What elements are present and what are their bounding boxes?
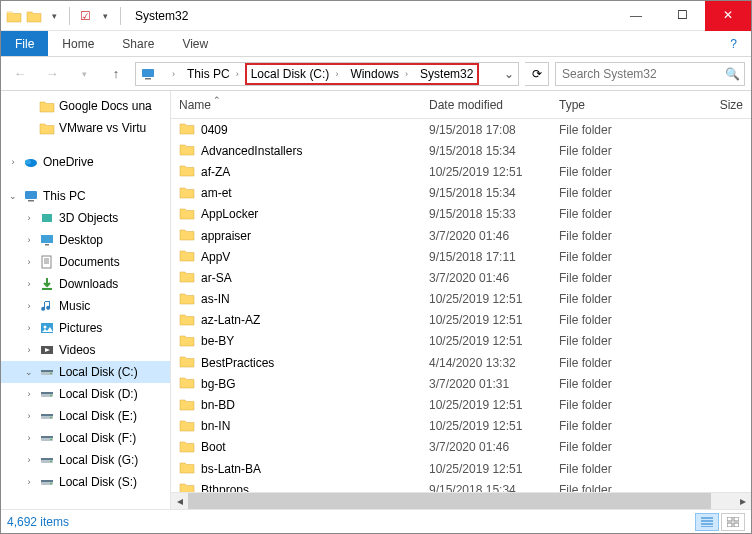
address-dropdown-icon[interactable]: ⌄ (500, 67, 518, 81)
minimize-button[interactable]: — (613, 1, 659, 31)
recent-locations-button[interactable]: ▾ (71, 61, 97, 87)
toolbar-dropdown-icon[interactable]: ▾ (96, 7, 114, 25)
list-item[interactable]: bn-IN10/25/2019 12:51File folder (171, 416, 751, 437)
list-item[interactable]: AdvancedInstallers9/15/2018 15:34File fo… (171, 140, 751, 161)
list-item[interactable]: bn-BD10/25/2019 12:51File folder (171, 394, 751, 415)
tree-item-local-disk-c-[interactable]: ⌄Local Disk (C:) (1, 361, 170, 383)
tree-twist-icon[interactable]: › (23, 455, 35, 465)
tree-item-this-pc[interactable]: ⌄This PC (1, 185, 170, 207)
back-button[interactable]: ← (7, 61, 33, 87)
properties-icon[interactable]: ☑ (76, 7, 94, 25)
close-button[interactable]: ✕ (705, 1, 751, 31)
tree-item-pictures[interactable]: ›Pictures (1, 317, 170, 339)
file-type: File folder (551, 186, 661, 200)
refresh-button[interactable]: ⟳ (525, 62, 549, 86)
drive-icon (39, 386, 55, 402)
tree-item-local-disk-f-[interactable]: ›Local Disk (F:) (1, 427, 170, 449)
navigation-tree[interactable]: Google Docs unaVMware vs Virtu›OneDrive⌄… (1, 91, 171, 509)
list-item[interactable]: am-et9/15/2018 15:34File folder (171, 183, 751, 204)
home-tab[interactable]: Home (48, 31, 108, 56)
folder-open-icon[interactable] (25, 7, 43, 25)
file-type: File folder (551, 229, 661, 243)
column-name[interactable]: Name⌃ (171, 98, 421, 112)
details-view-button[interactable] (695, 513, 719, 531)
column-size[interactable]: Size (661, 98, 751, 112)
tree-twist-icon[interactable]: › (23, 323, 35, 333)
tree-item-local-disk-g-[interactable]: ›Local Disk (G:) (1, 449, 170, 471)
tree-item-label: Downloads (59, 277, 118, 291)
view-tab[interactable]: View (168, 31, 222, 56)
column-date[interactable]: Date modified (421, 98, 551, 112)
tree-twist-icon[interactable]: › (23, 345, 35, 355)
tree-twist-icon[interactable]: › (23, 279, 35, 289)
horizontal-scrollbar[interactable]: ◂ ▸ (171, 492, 751, 509)
list-item[interactable]: bg-BG3/7/2020 01:31File folder (171, 373, 751, 394)
tree-twist-icon[interactable]: › (23, 301, 35, 311)
icons-view-button[interactable] (721, 513, 745, 531)
tree-item-desktop[interactable]: ›Desktop (1, 229, 170, 251)
file-date: 10/25/2019 12:51 (421, 462, 551, 476)
list-item[interactable]: be-BY10/25/2019 12:51File folder (171, 331, 751, 352)
list-item[interactable]: Bthprops9/15/2018 15:34File folder (171, 479, 751, 492)
list-item[interactable]: bs-Latn-BA10/25/2019 12:51File folder (171, 458, 751, 479)
tree-twist-icon[interactable]: › (23, 389, 35, 399)
breadcrumb-root-chevron[interactable]: › (160, 63, 181, 85)
tree-item-google-docs-una[interactable]: Google Docs una (1, 95, 170, 117)
help-button[interactable]: ? (716, 31, 751, 56)
list-item[interactable]: af-ZA10/25/2019 12:51File folder (171, 161, 751, 182)
list-item[interactable]: appraiser3/7/2020 01:46File folder (171, 225, 751, 246)
tree-twist-icon[interactable]: › (23, 433, 35, 443)
list-item[interactable]: az-Latn-AZ10/25/2019 12:51File folder (171, 310, 751, 331)
file-list[interactable]: 04099/15/2018 17:08File folderAdvancedIn… (171, 119, 751, 492)
file-tab[interactable]: File (1, 31, 48, 56)
tree-twist-icon[interactable]: › (23, 411, 35, 421)
breadcrumb-windows[interactable]: Windows› (344, 63, 414, 85)
folder-icon (179, 438, 195, 457)
tree-item-vmware-vs-virtu[interactable]: VMware vs Virtu (1, 117, 170, 139)
tree-twist-icon[interactable]: › (7, 157, 19, 167)
drive-icon (39, 474, 55, 490)
forward-button[interactable]: → (39, 61, 65, 87)
tree-twist-icon[interactable]: › (23, 213, 35, 223)
address-bar[interactable]: › This PC› Local Disk (C:)› Windows› Sys… (135, 62, 519, 86)
tree-twist-icon[interactable]: ⌄ (7, 191, 19, 201)
list-item[interactable]: BestPractices4/14/2020 13:32File folder (171, 352, 751, 373)
tree-item-music[interactable]: ›Music (1, 295, 170, 317)
tree-twist-icon[interactable]: › (23, 257, 35, 267)
tree-item-videos[interactable]: ›Videos (1, 339, 170, 361)
list-item[interactable]: 04099/15/2018 17:08File folder (171, 119, 751, 140)
tree-twist-icon[interactable]: ⌄ (23, 367, 35, 377)
tree-item-documents[interactable]: ›Documents (1, 251, 170, 273)
file-name: bn-IN (201, 419, 230, 433)
tree-item-local-disk-d-[interactable]: ›Local Disk (D:) (1, 383, 170, 405)
list-item[interactable]: AppV9/15/2018 17:11File folder (171, 246, 751, 267)
up-button[interactable]: ↑ (103, 61, 129, 87)
list-item[interactable]: ar-SA3/7/2020 01:46File folder (171, 267, 751, 288)
breadcrumb-this-pc[interactable]: This PC› (181, 63, 245, 85)
scroll-thumb[interactable] (188, 493, 711, 509)
search-box[interactable]: 🔍 (555, 62, 745, 86)
search-icon[interactable]: 🔍 (720, 67, 744, 81)
list-item[interactable]: as-IN10/25/2019 12:51File folder (171, 289, 751, 310)
tree-item-local-disk-e-[interactable]: ›Local Disk (E:) (1, 405, 170, 427)
tree-twist-icon[interactable]: › (23, 477, 35, 487)
svg-rect-24 (41, 436, 53, 438)
tree-item-onedrive[interactable]: ›OneDrive (1, 151, 170, 173)
search-input[interactable] (556, 67, 720, 81)
breadcrumb-local-disk-c[interactable]: Local Disk (C:)› (245, 63, 345, 85)
maximize-button[interactable]: ☐ (659, 1, 705, 31)
column-headers[interactable]: Name⌃ Date modified Type Size (171, 91, 751, 119)
share-tab[interactable]: Share (108, 31, 168, 56)
tree-twist-icon[interactable]: › (23, 235, 35, 245)
tree-item-3d-objects[interactable]: ›3D Objects (1, 207, 170, 229)
breadcrumb-system32[interactable]: System32 (414, 63, 479, 85)
list-item[interactable]: AppLocker9/15/2018 15:33File folder (171, 204, 751, 225)
tree-item-downloads[interactable]: ›Downloads (1, 273, 170, 295)
tree-item-local-disk-s-[interactable]: ›Local Disk (S:) (1, 471, 170, 493)
list-item[interactable]: Boot3/7/2020 01:46File folder (171, 437, 751, 458)
downloads-icon (39, 276, 55, 292)
column-type[interactable]: Type (551, 98, 661, 112)
scroll-right-button[interactable]: ▸ (734, 493, 751, 509)
quick-access-dropdown-icon[interactable]: ▾ (45, 7, 63, 25)
scroll-left-button[interactable]: ◂ (171, 493, 188, 509)
